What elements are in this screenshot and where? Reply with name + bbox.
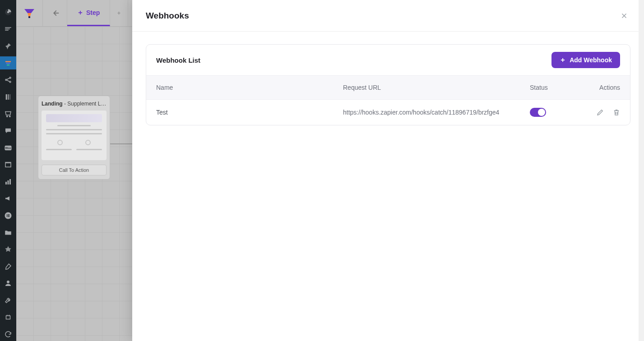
admin-item-refresh[interactable]: [0, 327, 16, 341]
admin-item-archive[interactable]: [0, 158, 16, 171]
col-header-name: Name: [156, 84, 343, 91]
svg-rect-20: [7, 214, 8, 217]
plus-icon: [77, 9, 83, 16]
plus-icon: [560, 57, 566, 63]
admin-item-announce[interactable]: [0, 192, 16, 206]
cell-name: Test: [156, 109, 343, 116]
tab-home[interactable]: [16, 0, 43, 26]
webhook-list-card: Webhook List Add Webhook Name Request UR…: [146, 44, 630, 125]
close-icon: [620, 12, 628, 20]
svg-point-24: [7, 281, 9, 283]
back-button[interactable]: [43, 0, 67, 26]
cell-url: https://hooks.zapier.com/hooks/catch/118…: [343, 108, 530, 117]
admin-item-elementor[interactable]: [0, 209, 16, 222]
svg-rect-17: [8, 180, 9, 184]
admin-item-pin[interactable]: [0, 39, 16, 53]
admin-item-plugin[interactable]: [0, 311, 16, 324]
svg-rect-25: [6, 316, 10, 319]
drawer-body: Webhook List Add Webhook Name Request UR…: [132, 32, 644, 341]
status-toggle[interactable]: [530, 108, 546, 117]
svg-point-6: [9, 77, 11, 78]
close-button[interactable]: [618, 9, 630, 22]
svg-rect-15: [5, 163, 11, 167]
table-row: Test https://hooks.zapier.com/hooks/catc…: [146, 100, 630, 125]
admin-item-pin2[interactable]: [0, 243, 16, 256]
cell-status: [530, 108, 596, 117]
scrollbar[interactable]: [639, 0, 644, 341]
col-header-status: Status: [530, 84, 596, 91]
svg-point-1: [7, 11, 9, 14]
admin-item-user[interactable]: [0, 277, 16, 290]
app-root: Woo: [0, 0, 644, 341]
delete-button[interactable]: [612, 108, 621, 117]
add-webhook-button[interactable]: Add Webhook: [551, 52, 620, 68]
cell-actions: [596, 108, 621, 117]
admin-item-folder[interactable]: [0, 226, 16, 240]
tab-add[interactable]: [110, 0, 128, 26]
admin-sidebar: Woo: [0, 0, 16, 341]
admin-item-analytics[interactable]: [0, 175, 16, 189]
node-thumbnail: [42, 111, 107, 160]
card-header: Webhook List Add Webhook: [146, 45, 630, 76]
svg-rect-3: [6, 63, 10, 64]
svg-point-7: [9, 81, 11, 83]
admin-item-cart[interactable]: [0, 107, 16, 121]
drawer-title: Webhooks: [146, 11, 189, 21]
svg-rect-18: [9, 179, 11, 184]
admin-item-flows[interactable]: [0, 23, 16, 36]
svg-rect-16: [5, 182, 7, 184]
admin-item-dashboard[interactable]: [0, 5, 16, 19]
svg-rect-23: [8, 216, 9, 217]
col-header-actions: Actions: [596, 84, 620, 91]
svg-point-5: [5, 79, 7, 81]
node-cta-button[interactable]: Call To Action: [42, 165, 107, 175]
webhooks-drawer: Webhooks Webhook List Add Webhook Name R…: [132, 0, 644, 341]
pencil-icon: [596, 108, 604, 116]
funnel-icon: [23, 6, 36, 20]
svg-rect-21: [8, 214, 9, 215]
trash-icon: [612, 108, 621, 116]
table-header: Name Request URL Status Actions: [146, 76, 630, 100]
node-card-landing[interactable]: Landing - Supplement La... Call To Actio…: [38, 96, 110, 180]
card-title: Webhook List: [156, 56, 200, 64]
svg-point-12: [9, 116, 10, 117]
svg-marker-27: [28, 13, 31, 16]
svg-rect-28: [28, 16, 30, 18]
tab-step-label: Step: [86, 9, 100, 16]
col-header-url: Request URL: [343, 84, 530, 91]
arrow-left-icon: [50, 8, 60, 18]
node-title: Landing - Supplement La...: [42, 101, 107, 107]
admin-item-tools[interactable]: [0, 294, 16, 307]
plus-icon: [116, 10, 121, 16]
add-webhook-label: Add Webhook: [570, 56, 612, 64]
svg-text:Woo: Woo: [5, 147, 11, 149]
svg-rect-22: [8, 215, 9, 216]
svg-rect-2: [5, 61, 11, 62]
admin-item-brush[interactable]: [0, 260, 16, 273]
svg-marker-26: [24, 9, 34, 13]
drawer-header: Webhooks: [132, 0, 644, 32]
svg-rect-4: [7, 65, 9, 65]
admin-item-library[interactable]: [0, 90, 16, 104]
svg-rect-10: [10, 94, 11, 100]
admin-item-woo[interactable]: Woo: [0, 141, 16, 155]
tab-step[interactable]: Step: [67, 0, 110, 26]
admin-item-funnels[interactable]: [0, 56, 16, 70]
edit-button[interactable]: [596, 108, 605, 117]
svg-point-11: [7, 116, 8, 117]
svg-rect-8: [6, 94, 7, 100]
admin-item-share[interactable]: [0, 73, 16, 87]
admin-item-comments[interactable]: [0, 124, 16, 138]
svg-rect-9: [8, 94, 9, 100]
